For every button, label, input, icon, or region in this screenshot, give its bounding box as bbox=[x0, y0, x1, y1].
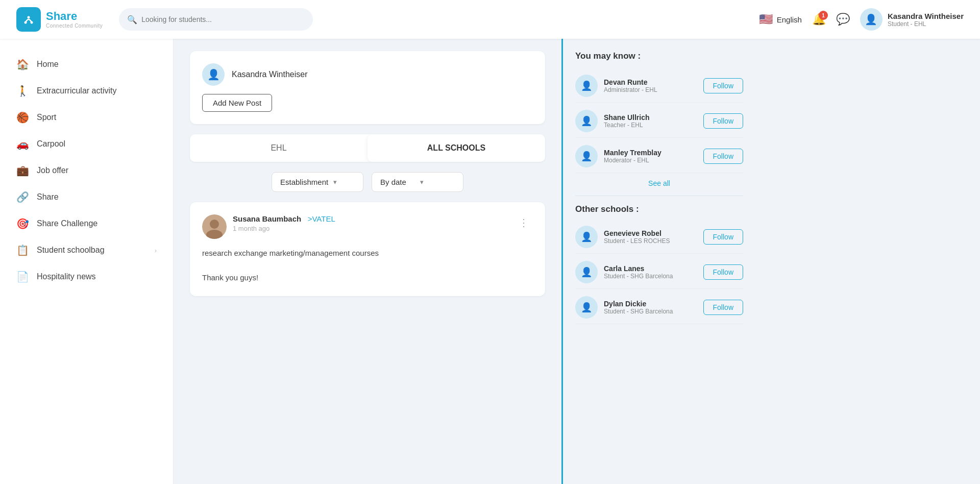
date-filter-label: By date bbox=[380, 178, 415, 186]
shane-avatar: 👤 bbox=[575, 110, 598, 132]
devan-info: Devan Runte Administrator - EHL bbox=[604, 78, 697, 93]
sidebar-label-share: Share bbox=[37, 192, 59, 202]
logo-name: Share bbox=[46, 10, 103, 22]
notifications-button[interactable]: 🔔 1 bbox=[812, 13, 826, 26]
tab-ehl[interactable]: EHL bbox=[190, 134, 368, 162]
sidebar-item-sharechallenge[interactable]: 🎯 Share Challenge bbox=[0, 210, 173, 237]
post-author-school: >VATEL bbox=[308, 214, 335, 223]
sidebar-item-schoolbag[interactable]: 📋 Student schoolbag › bbox=[0, 237, 173, 263]
establishment-filter-label: Establishment bbox=[280, 178, 328, 186]
svg-point-3 bbox=[31, 21, 33, 24]
sidebar-item-sport[interactable]: 🏀 Sport bbox=[0, 104, 173, 131]
follow-button-devan[interactable]: Follow bbox=[703, 78, 743, 93]
sidebar-label-schoolbag: Student schoolbag bbox=[37, 246, 105, 255]
sidebar-item-hospitality[interactable]: 📄 Hospitality news bbox=[0, 263, 173, 290]
sidebar-label-home: Home bbox=[37, 60, 59, 69]
see-all-link[interactable]: See all bbox=[575, 173, 743, 193]
messages-button[interactable]: 💬 bbox=[836, 13, 850, 26]
devan-avatar: 👤 bbox=[575, 75, 598, 97]
post-author-name: Susana Baumbach bbox=[233, 214, 301, 223]
sidebar-label-joboffer: Job offer bbox=[37, 166, 68, 175]
user-name: Kasandra Wintheiser bbox=[888, 12, 964, 20]
search-icon: 🔍 bbox=[127, 15, 137, 25]
language-label: English bbox=[777, 15, 802, 24]
manley-info: Manley Tremblay Moderator - EHL bbox=[604, 149, 697, 164]
date-filter[interactable]: By date ▾ bbox=[372, 172, 463, 192]
shane-name: Shane Ullrich bbox=[604, 113, 697, 122]
sidebar-item-extracurricular[interactable]: 🚶 Extracurricular activity bbox=[0, 78, 173, 104]
devan-role: Administrator - EHL bbox=[604, 86, 697, 93]
person-item-manley: 👤 Manley Tremblay Moderator - EHL Follow bbox=[575, 140, 743, 173]
schoolbag-icon: 📋 bbox=[16, 244, 29, 256]
sharechallenge-icon: 🎯 bbox=[16, 217, 29, 230]
establishment-filter[interactable]: Establishment ▾ bbox=[272, 172, 363, 192]
logo[interactable]: Share Connected Community bbox=[16, 7, 103, 32]
feed-filters: Establishment ▾ By date ▾ bbox=[190, 172, 545, 192]
post-text-line-1: research exchange marketing/management c… bbox=[202, 247, 533, 259]
current-user-name: Kasandra Wintheiser bbox=[232, 70, 308, 79]
establishment-filter-chevron: ▾ bbox=[333, 178, 355, 186]
shane-role: Teacher - EHL bbox=[604, 122, 697, 129]
schoolbag-arrow-icon: › bbox=[155, 247, 157, 254]
post-author-info: Susana Baumbach >VATEL bbox=[233, 214, 508, 224]
user-role: Student - EHL bbox=[888, 20, 964, 28]
dylan-role: Student - SHG Barcelona bbox=[604, 308, 697, 315]
sidebar: 🏠 Home 🚶 Extracurricular activity 🏀 Spor… bbox=[0, 39, 174, 484]
person-item-shane: 👤 Shane Ullrich Teacher - EHL Follow bbox=[575, 105, 743, 138]
svg-point-5 bbox=[210, 220, 219, 229]
post-content: research exchange marketing/management c… bbox=[202, 247, 533, 284]
sidebar-item-home[interactable]: 🏠 Home bbox=[0, 51, 173, 78]
sidebar-label-sport: Sport bbox=[37, 113, 56, 122]
dylan-info: Dylan Dickie Student - SHG Barcelona bbox=[604, 300, 697, 315]
follow-button-dylan[interactable]: Follow bbox=[703, 300, 743, 315]
other-schools-list: 👤 Genevieve Robel Student - LES ROCHES F… bbox=[575, 221, 743, 324]
sidebar-label-carpool: Carpool bbox=[37, 139, 65, 149]
follow-button-shane[interactable]: Follow bbox=[703, 113, 743, 129]
follow-button-carla[interactable]: Follow bbox=[703, 264, 743, 280]
follow-button-manley[interactable]: Follow bbox=[703, 149, 743, 164]
sidebar-item-joboffer[interactable]: 💼 Job offer bbox=[0, 157, 173, 184]
add-post-button[interactable]: Add New Post bbox=[202, 94, 272, 112]
manley-name: Manley Tremblay bbox=[604, 149, 697, 157]
language-selector[interactable]: 🇺🇸 English bbox=[759, 13, 802, 26]
genevieve-info: Genevieve Robel Student - LES ROCHES bbox=[604, 229, 697, 245]
genevieve-role: Student - LES ROCHES bbox=[604, 237, 697, 245]
sport-icon: 🏀 bbox=[16, 111, 29, 124]
genevieve-avatar: 👤 bbox=[575, 226, 598, 248]
user-profile[interactable]: 👤 Kasandra Wintheiser Student - EHL bbox=[860, 8, 964, 31]
post-text-line-2: Thank you guys! bbox=[202, 272, 533, 284]
follow-button-genevieve[interactable]: Follow bbox=[703, 229, 743, 245]
sidebar-item-share[interactable]: 🔗 Share bbox=[0, 184, 173, 210]
carla-name: Carla Lanes bbox=[604, 264, 697, 273]
manley-avatar: 👤 bbox=[575, 145, 598, 167]
hospitality-icon: 📄 bbox=[16, 271, 29, 283]
user-details: Kasandra Wintheiser Student - EHL bbox=[888, 12, 964, 28]
notification-badge: 1 bbox=[819, 11, 828, 20]
post-author-avatar bbox=[202, 214, 227, 239]
sidebar-label-sharechallenge: Share Challenge bbox=[37, 219, 97, 228]
post-author-meta: Susana Baumbach >VATEL 1 month ago bbox=[233, 214, 508, 232]
header-right: 🇺🇸 English 🔔 1 💬 👤 Kasandra Wintheiser S… bbox=[759, 8, 964, 31]
carpool-icon: 🚗 bbox=[16, 138, 29, 150]
sidebar-label-hospitality: Hospitality news bbox=[37, 272, 96, 281]
person-item-devan: 👤 Devan Runte Administrator - EHL Follow bbox=[575, 69, 743, 103]
logo-subtitle: Connected Community bbox=[46, 23, 103, 29]
header: Share Connected Community 🔍 🇺🇸 English 🔔… bbox=[0, 0, 980, 39]
sidebar-divider bbox=[575, 196, 743, 196]
home-icon: 🏠 bbox=[16, 58, 29, 70]
post-timestamp: 1 month ago bbox=[233, 225, 508, 232]
dylan-name: Dylan Dickie bbox=[604, 300, 697, 308]
current-user-avatar: 👤 bbox=[202, 63, 225, 86]
search-input[interactable] bbox=[141, 15, 305, 23]
tab-allschools[interactable]: ALL SCHOOLS bbox=[368, 134, 545, 162]
logo-icon bbox=[16, 7, 41, 32]
flag-icon: 🇺🇸 bbox=[759, 13, 773, 26]
search-bar: 🔍 bbox=[119, 8, 313, 31]
svg-point-1 bbox=[24, 21, 27, 24]
sidebar-item-carpool[interactable]: 🚗 Carpool bbox=[0, 131, 173, 157]
right-sidebar: You may know : 👤 Devan Runte Administrat… bbox=[561, 39, 755, 484]
logo-text: Share Connected Community bbox=[46, 10, 103, 28]
post-card-header: Susana Baumbach >VATEL 1 month ago ⋮ bbox=[202, 214, 533, 239]
post-more-options-button[interactable]: ⋮ bbox=[514, 214, 533, 231]
post-card: Susana Baumbach >VATEL 1 month ago ⋮ res… bbox=[190, 202, 545, 296]
